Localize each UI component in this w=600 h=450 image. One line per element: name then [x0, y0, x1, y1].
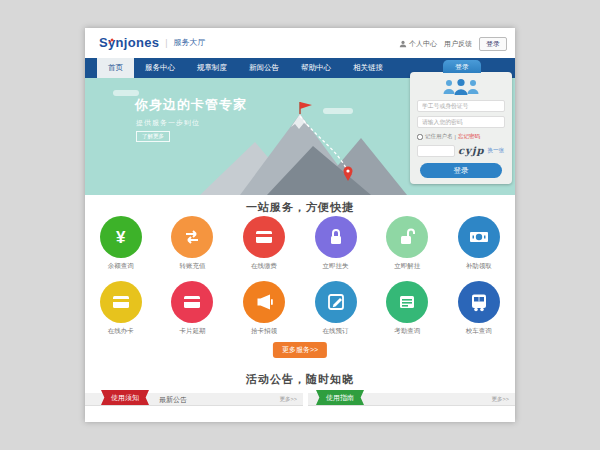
- page: Synjones | 服务大厅 个人中心 用户反馈 登录 首页 服务中心 规章制…: [85, 28, 515, 422]
- service-subsidy[interactable]: 补助领取: [443, 216, 515, 271]
- header-login-button[interactable]: 登录: [479, 37, 507, 51]
- latest-announcements-tab[interactable]: 最新公告: [159, 393, 187, 406]
- logo[interactable]: Synjones | 服务大厅: [99, 35, 206, 50]
- nav-item-news[interactable]: 新闻公告: [238, 58, 290, 78]
- list-icon[interactable]: [386, 281, 428, 323]
- user-icon: [399, 40, 407, 48]
- logo-divider: |: [165, 38, 167, 48]
- user-feedback-label: 用户反馈: [444, 39, 472, 49]
- username-input[interactable]: [417, 100, 505, 112]
- nav-item-help[interactable]: 帮助中心: [290, 58, 342, 78]
- announcements-left-bar: 使用须知 最新公告 更多>>: [85, 393, 303, 406]
- card-icon[interactable]: [171, 281, 213, 323]
- users-icon: [441, 77, 481, 97]
- nav-item-links[interactable]: 相关链接: [342, 58, 394, 78]
- card-pay-icon[interactable]: [243, 216, 285, 258]
- service-label: 补助领取: [466, 262, 492, 271]
- service-attendance[interactable]: 考勤查询: [371, 281, 443, 336]
- mountains-illustration: [185, 100, 410, 195]
- services-row-2: 在线办卡 卡片延期 拾卡招领 在线预订 考勤查询: [85, 281, 515, 336]
- options-separator: |: [455, 134, 456, 140]
- left-more-link[interactable]: 更多>>: [280, 393, 297, 406]
- transfer-icon[interactable]: [171, 216, 213, 258]
- service-label: 校车查询: [466, 327, 492, 336]
- services-title: 一站服务，方便快捷: [85, 200, 515, 215]
- announcements-title: 活动公告，随时知晓: [85, 372, 515, 387]
- service-label: 在线预订: [323, 327, 349, 336]
- logo-arrow-icon: [108, 37, 115, 44]
- right-more-link[interactable]: 更多>>: [492, 393, 509, 406]
- login-tab[interactable]: 登录: [443, 60, 481, 73]
- services-row-1: ¥ 余额查询 转账充值 在线缴费 立即挂失 立即解挂: [85, 216, 515, 271]
- login-submit-button[interactable]: 登录: [420, 163, 502, 178]
- more-services-button[interactable]: 更多服务>>: [273, 342, 327, 358]
- login-panel: 登录 记住用户名 | 忘记密码 cyjp 换一张 登录: [410, 72, 512, 184]
- usage-notice-ribbon[interactable]: 使用须知: [101, 390, 149, 405]
- service-card-extension[interactable]: 卡片延期: [157, 281, 229, 336]
- remember-checkbox[interactable]: [417, 134, 423, 140]
- service-school-bus[interactable]: 校车查询: [443, 281, 515, 336]
- service-label: 在线办卡: [108, 327, 134, 336]
- yuan-icon[interactable]: ¥: [100, 216, 142, 258]
- service-label: 转账充值: [179, 262, 205, 271]
- service-label: 余额查询: [108, 262, 134, 271]
- forgot-password-link[interactable]: 忘记密码: [458, 133, 480, 140]
- captcha-input[interactable]: [417, 145, 455, 157]
- login-options: 记住用户名 | 忘记密码: [417, 133, 480, 140]
- nav-item-service-center[interactable]: 服务中心: [134, 58, 186, 78]
- megaphone-icon[interactable]: [243, 281, 285, 323]
- service-report-loss[interactable]: 立即挂失: [300, 216, 372, 271]
- nav-item-rules[interactable]: 规章制度: [186, 58, 238, 78]
- hero-cta-button[interactable]: 了解更多: [136, 131, 170, 142]
- site-title: 服务大厅: [174, 37, 206, 48]
- password-input[interactable]: [417, 116, 505, 128]
- unlock-icon[interactable]: [386, 216, 428, 258]
- bus-icon[interactable]: [458, 281, 500, 323]
- personal-center-label: 个人中心: [409, 39, 437, 49]
- captcha-refresh-link[interactable]: 换一张: [488, 147, 505, 154]
- announcements-right-bar: 使用指南 更多>>: [308, 393, 515, 406]
- nav-item-home[interactable]: 首页: [97, 58, 134, 78]
- service-label: 立即解挂: [394, 262, 420, 271]
- captcha-row: cyjp 换一张: [417, 144, 505, 157]
- edit-icon[interactable]: [315, 281, 357, 323]
- user-guide-ribbon[interactable]: 使用指南: [316, 390, 364, 405]
- header-right: 个人中心 用户反馈 登录: [399, 37, 507, 51]
- service-label: 卡片延期: [179, 327, 205, 336]
- service-apply-card[interactable]: 在线办卡: [85, 281, 157, 336]
- service-balance[interactable]: ¥ 余额查询: [85, 216, 157, 271]
- user-feedback-link[interactable]: 用户反馈: [444, 39, 472, 49]
- personal-center-link[interactable]: 个人中心: [399, 39, 437, 49]
- service-label: 考勤查询: [394, 327, 420, 336]
- banknote-icon[interactable]: [458, 216, 500, 258]
- remember-label: 记住用户名: [425, 133, 453, 140]
- service-label: 在线缴费: [251, 262, 277, 271]
- service-label: 立即挂失: [323, 262, 349, 271]
- card-icon[interactable]: [100, 281, 142, 323]
- captcha-image[interactable]: cyjp: [458, 145, 485, 156]
- service-online-booking[interactable]: 在线预订: [300, 281, 372, 336]
- service-pay-online[interactable]: 在线缴费: [228, 216, 300, 271]
- service-found-card[interactable]: 拾卡招领: [228, 281, 300, 336]
- service-cancel-loss[interactable]: 立即解挂: [371, 216, 443, 271]
- lock-icon[interactable]: [315, 216, 357, 258]
- service-transfer[interactable]: 转账充值: [157, 216, 229, 271]
- header: Synjones | 服务大厅 个人中心 用户反馈 登录: [85, 28, 515, 58]
- service-label: 拾卡招领: [251, 327, 277, 336]
